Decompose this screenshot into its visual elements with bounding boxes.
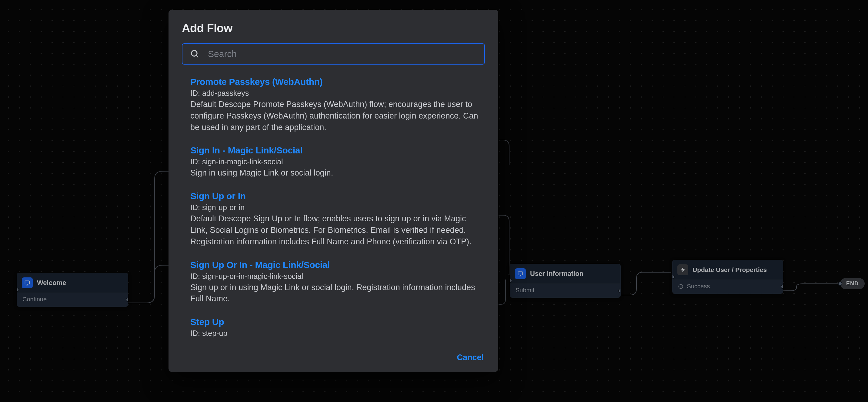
- flow-option-id: ID: sign-up-or-in: [190, 203, 482, 212]
- flow-option-id: ID: step-up: [190, 329, 482, 338]
- flow-option-id: ID: add-passkeys: [190, 89, 482, 98]
- flow-option[interactable]: Sign Up Or In - Magic Link/Social ID: si…: [190, 260, 482, 305]
- flow-option[interactable]: Sign Up or In ID: sign-up-or-in Default …: [190, 191, 482, 247]
- modal-title: Add Flow: [182, 22, 485, 35]
- svg-point-3: [191, 51, 197, 56]
- search-icon: [190, 49, 200, 59]
- add-flow-modal: Add Flow Promote Passkeys (WebAuthn) ID:…: [168, 10, 498, 372]
- cancel-button[interactable]: Cancel: [456, 351, 485, 364]
- flow-option-title: Sign Up or In: [190, 191, 482, 201]
- flow-option-desc: Default Descope Sign Up or In flow; enab…: [190, 213, 482, 247]
- flow-option[interactable]: Step Up ID: step-up: [190, 317, 482, 338]
- search-input[interactable]: [182, 43, 485, 65]
- flow-option-title: Sign Up Or In - Magic Link/Social: [190, 260, 482, 270]
- flow-option-id: ID: sign-up-or-in-magic-link-social: [190, 272, 482, 281]
- flow-option-title: Sign In - Magic Link/Social: [190, 145, 482, 156]
- flow-option-desc: Sign in using Magic Link or social login…: [190, 167, 482, 179]
- flow-option-title: Promote Passkeys (WebAuthn): [190, 77, 482, 87]
- search-field[interactable]: [182, 43, 485, 65]
- flow-option[interactable]: Promote Passkeys (WebAuthn) ID: add-pass…: [190, 77, 482, 133]
- flow-option-desc: Default Descope Promote Passkeys (WebAut…: [190, 99, 482, 133]
- flow-option[interactable]: Sign In - Magic Link/Social ID: sign-in-…: [190, 145, 482, 179]
- flow-option-id: ID: sign-in-magic-link-social: [190, 157, 482, 166]
- flow-option-title: Step Up: [190, 317, 482, 327]
- flow-option-desc: Sign up or in using Magic Link or social…: [190, 282, 482, 305]
- flow-list[interactable]: Promote Passkeys (WebAuthn) ID: add-pass…: [182, 77, 485, 347]
